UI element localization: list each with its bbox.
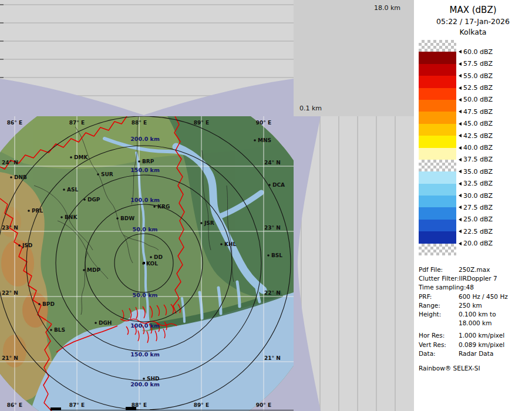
metadata-row: Height:0.100 km to bbox=[419, 310, 530, 319]
tick-arrow-icon bbox=[459, 146, 462, 150]
city-label: BPD bbox=[42, 301, 55, 307]
side-cross-section-panel bbox=[294, 116, 414, 411]
metadata-row: Hor Res:1.000 km/pixel bbox=[419, 331, 530, 340]
range-ring-label: 50.0 km bbox=[133, 292, 158, 298]
city-marker bbox=[38, 303, 41, 305]
latitude-label: 21° N bbox=[264, 355, 281, 361]
metadata-row: PRF:600 Hz / 450 Hz bbox=[419, 292, 530, 301]
city-marker bbox=[267, 254, 270, 257]
tick-value: 37.5 dBZ bbox=[463, 156, 493, 163]
colorbar-tick-labels: 60.0 dBZ57.5 dBZ55.0 dBZ52.5 dBZ50.0 dBZ… bbox=[459, 40, 529, 255]
colorbar-tick: 22.5 dBZ bbox=[459, 227, 493, 235]
colorbar-tick: 57.5 dBZ bbox=[459, 60, 493, 68]
tick-value: 25.0 dBZ bbox=[463, 215, 493, 223]
city-marker bbox=[200, 222, 203, 224]
longitude-label: 87° E bbox=[69, 120, 85, 126]
city-label: BDW bbox=[120, 215, 134, 221]
colorbar-tick: 20.0 dBZ bbox=[459, 240, 493, 248]
metadata-row: Data:Radar Data bbox=[419, 349, 530, 358]
longitude-label: 86° E bbox=[7, 120, 22, 126]
tick-value: 40.0 dBZ bbox=[463, 144, 493, 151]
frame-tick bbox=[50, 407, 61, 410]
colorbar-tick: 40.0 dBZ bbox=[459, 144, 493, 152]
tick-arrow-icon bbox=[459, 122, 462, 126]
city-marker bbox=[150, 256, 152, 258]
latitude-label: 22° N bbox=[2, 290, 18, 296]
city-label: DNB bbox=[14, 174, 27, 180]
city-marker bbox=[70, 156, 72, 159]
colorbar-cell bbox=[419, 196, 456, 207]
metadata-label: Height: bbox=[419, 310, 459, 319]
tick-arrow-icon bbox=[459, 50, 462, 53]
colorbar-tick: 35.0 dBZ bbox=[459, 167, 493, 176]
tick-arrow-icon bbox=[459, 242, 462, 245]
metadata-label: Clutter Filter: bbox=[419, 274, 459, 283]
city-label: BSL bbox=[271, 252, 282, 258]
city-marker bbox=[97, 173, 99, 176]
metadata-label: Data: bbox=[419, 349, 459, 358]
metadata-row: 18.000 km bbox=[419, 319, 530, 328]
metadata-row: Time sampling:48 bbox=[419, 283, 530, 292]
longitude-label: 86° E bbox=[7, 402, 22, 408]
city-label: MNS bbox=[258, 137, 271, 143]
station-name: Kolkata bbox=[414, 28, 532, 36]
metadata-value: IIRDoppler 7 bbox=[459, 275, 497, 282]
range-ring-label: 100.0 km bbox=[130, 322, 160, 329]
metadata-value: 18.000 km bbox=[459, 319, 491, 326]
city-marker bbox=[50, 329, 52, 331]
tick-value: 42.5 dBZ bbox=[463, 132, 493, 140]
city-marker bbox=[254, 139, 256, 142]
tick-value: 27.5 dBZ bbox=[463, 204, 493, 211]
city-label: KOL bbox=[146, 261, 158, 267]
height-axis-max-label: 18.0 km bbox=[374, 4, 400, 12]
latitude-label: 24° N bbox=[264, 160, 281, 166]
city-label: BRP bbox=[142, 159, 154, 164]
tick-arrow-icon bbox=[459, 230, 462, 233]
tick-arrow-icon bbox=[459, 110, 462, 113]
latitude-label: 21° N bbox=[2, 355, 18, 361]
city-label: DD bbox=[154, 254, 163, 260]
software-brand: Rainbow® SELEX-SI bbox=[419, 364, 530, 373]
city-marker bbox=[83, 269, 85, 271]
colorbar-cell bbox=[419, 220, 456, 231]
city-label: DCA bbox=[272, 182, 285, 188]
tick-value: 60.0 dBZ bbox=[463, 48, 493, 56]
height-axis-min-label: 0.1 km bbox=[299, 105, 322, 112]
city-label: KRG bbox=[157, 204, 170, 210]
colorbar-cell bbox=[419, 124, 456, 136]
radar-map: 86° E86° E87° E87° E88° E88° E89° E89° E… bbox=[0, 116, 294, 411]
range-ring-label: 100.0 km bbox=[130, 197, 160, 203]
colorbar-tick: 30.0 dBZ bbox=[459, 191, 493, 200]
tick-arrow-icon bbox=[459, 86, 462, 90]
metadata-row: Vert Res:0.089 km/pixel bbox=[419, 341, 530, 349]
tick-arrow-icon bbox=[459, 62, 462, 66]
colorbar-cell bbox=[419, 171, 456, 183]
metadata-label: Pdf File: bbox=[419, 265, 459, 274]
city-label: SUR bbox=[101, 171, 113, 177]
city-label: MDP bbox=[87, 267, 100, 273]
tick-value: 57.5 dBZ bbox=[463, 60, 493, 68]
metadata-label: Vert Res: bbox=[419, 341, 459, 349]
city-label: DMK bbox=[74, 154, 88, 160]
tick-value: 22.5 dBZ bbox=[463, 228, 493, 235]
tick-value: 32.5 dBZ bbox=[463, 180, 493, 187]
city-marker bbox=[83, 198, 86, 201]
metadata-label: Time sampling: bbox=[419, 283, 466, 292]
latitude-label: 23° N bbox=[264, 225, 281, 231]
city-label: JSR bbox=[204, 220, 214, 226]
city-label: JSD bbox=[22, 242, 32, 248]
colorbar-cell bbox=[419, 160, 456, 171]
metadata-row: Clutter Filter:IIRDoppler 7 bbox=[419, 274, 530, 283]
radar-application-window: 18.0 km 0.1 km bbox=[0, 0, 532, 411]
tick-value: 35.0 dBZ bbox=[463, 168, 493, 176]
city-marker bbox=[268, 184, 271, 186]
longitude-label: 87° E bbox=[69, 402, 85, 408]
tick-arrow-icon bbox=[459, 74, 462, 78]
metadata-label: PRF: bbox=[419, 292, 459, 301]
legend-panel: MAX (dBZ) 05:22 / 17-Jan-2026 Kolkata 60… bbox=[414, 0, 532, 411]
colorbar-tick: 25.0 dBZ bbox=[459, 215, 493, 224]
colorbar-cell bbox=[419, 136, 456, 147]
city-marker bbox=[18, 244, 21, 247]
metadata-value: 250Z.max bbox=[459, 266, 490, 273]
city-label: BLS bbox=[54, 327, 65, 333]
